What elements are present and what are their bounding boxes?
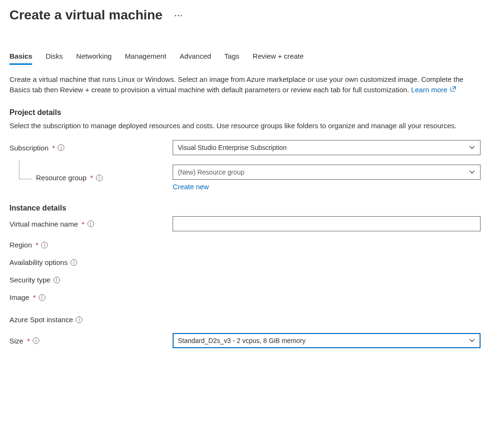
info-icon[interactable]: i <box>41 242 48 248</box>
region-label: Region <box>9 241 32 249</box>
tabs: Basics Disks Networking Management Advan… <box>9 49 481 65</box>
row-security: Security type i <box>9 276 481 284</box>
learn-more-link[interactable]: Learn more <box>411 86 456 94</box>
more-icon[interactable]: ⋯ <box>174 10 183 20</box>
resource-group-placeholder: (New) Resource group <box>178 168 245 176</box>
tab-review-create[interactable]: Review + create <box>253 49 304 65</box>
required-mark: * <box>82 220 85 228</box>
spot-label-col: Azure Spot instance i <box>9 316 173 324</box>
availability-label-col: Availability options i <box>9 258 173 266</box>
row-image: Image * i <box>9 293 481 301</box>
subscription-value: Visual Studio Enterprise Subscription <box>178 144 287 151</box>
chevron-down-icon <box>469 169 475 176</box>
size-value: Standard_D2s_v3 - 2 vcpus, 8 GiB memory <box>178 337 306 344</box>
row-spot: Azure Spot instance i <box>9 316 481 324</box>
required-mark: * <box>36 241 39 249</box>
size-select[interactable]: Standard_D2s_v3 - 2 vcpus, 8 GiB memory <box>173 333 481 348</box>
external-link-icon <box>450 86 456 94</box>
info-icon[interactable]: i <box>70 259 77 266</box>
security-label: Security type <box>9 276 51 284</box>
image-label: Image <box>9 293 29 301</box>
row-size: Size * i Standard_D2s_v3 - 2 vcpus, 8 Gi… <box>9 333 481 348</box>
row-vm-name: Virtual machine name * i <box>9 216 481 231</box>
resource-group-select[interactable]: (New) Resource group <box>173 165 481 180</box>
vm-name-input[interactable] <box>173 216 481 231</box>
required-mark: * <box>27 337 30 345</box>
required-mark: * <box>33 293 36 301</box>
subscription-label-col: Subscription * i <box>9 144 173 152</box>
availability-label: Availability options <box>9 258 68 266</box>
required-mark: * <box>90 174 93 182</box>
tab-disks[interactable]: Disks <box>45 49 63 65</box>
required-mark: * <box>52 144 55 152</box>
info-icon[interactable]: i <box>76 316 82 323</box>
project-details-desc: Select the subscription to manage deploy… <box>9 121 481 131</box>
intro-body: Create a virtual machine that runs Linux… <box>9 75 464 94</box>
image-label-col: Image * i <box>9 293 173 301</box>
intro-text: Create a virtual machine that runs Linux… <box>9 74 481 95</box>
tree-connector-icon <box>19 160 32 179</box>
row-resource-group: Resource group * i (New) Resource group … <box>9 165 481 191</box>
subscription-field: Visual Studio Enterprise Subscription <box>173 140 481 155</box>
size-field: Standard_D2s_v3 - 2 vcpus, 8 GiB memory <box>173 333 481 348</box>
row-region: Region * i <box>9 241 481 249</box>
resource-group-field: (New) Resource group Create new <box>173 165 481 191</box>
form-area: Project details Select the subscription … <box>9 108 481 349</box>
region-label-col: Region * i <box>9 241 173 249</box>
tab-advanced[interactable]: Advanced <box>180 49 211 65</box>
info-icon[interactable]: i <box>39 294 45 301</box>
size-label-col: Size * i <box>9 337 173 345</box>
learn-more-label: Learn more <box>411 86 447 94</box>
security-label-col: Security type i <box>9 276 173 284</box>
tab-management[interactable]: Management <box>125 49 166 65</box>
page-title-text: Create a virtual machine <box>9 8 163 23</box>
tab-basics[interactable]: Basics <box>9 49 32 65</box>
info-icon[interactable]: i <box>53 277 60 283</box>
vm-name-label-col: Virtual machine name * i <box>9 220 173 228</box>
info-icon[interactable]: i <box>33 337 39 344</box>
spot-label: Azure Spot instance <box>9 316 73 324</box>
resource-group-label-col: Resource group * i <box>9 174 173 182</box>
row-subscription: Subscription * i Visual Studio Enterpris… <box>9 140 481 155</box>
info-icon[interactable]: i <box>88 220 94 227</box>
tab-tags[interactable]: Tags <box>224 49 239 65</box>
size-label: Size <box>9 337 23 345</box>
instance-details-heading: Instance details <box>9 204 481 212</box>
row-availability: Availability options i <box>9 258 481 266</box>
vm-name-label: Virtual machine name <box>9 220 78 228</box>
tab-networking[interactable]: Networking <box>76 49 112 65</box>
vm-name-field <box>173 216 481 231</box>
resource-group-label: Resource group <box>36 174 87 182</box>
chevron-down-icon <box>469 337 475 344</box>
subscription-select[interactable]: Visual Studio Enterprise Subscription <box>173 140 481 155</box>
info-icon[interactable]: i <box>96 175 103 181</box>
subscription-label: Subscription <box>9 144 49 152</box>
chevron-down-icon <box>469 144 475 151</box>
create-new-link[interactable]: Create new <box>173 183 209 191</box>
page-title: Create a virtual machine ⋯ <box>9 8 481 23</box>
info-icon[interactable]: i <box>58 144 64 151</box>
project-details-heading: Project details <box>9 108 481 117</box>
